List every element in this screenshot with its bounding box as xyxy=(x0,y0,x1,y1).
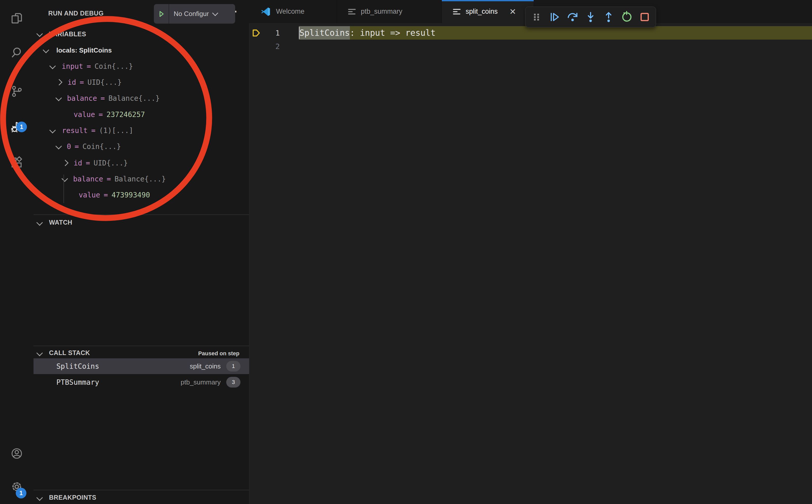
code-token-splitcoins: SplitCoins xyxy=(299,28,350,38)
stop-button[interactable] xyxy=(638,10,651,24)
tab-welcome[interactable]: Welcome xyxy=(249,0,337,23)
code-line[interactable]: SplitCoins: input => result xyxy=(299,26,436,40)
run-debug-panel: RUN AND DEBUG No Configur ··· VARIABLES … xyxy=(34,0,249,504)
chevron-down-icon xyxy=(49,127,56,133)
continue-button[interactable] xyxy=(548,10,561,24)
code-token-rest: : input => result xyxy=(350,28,436,38)
stack-frame-file: split_coins xyxy=(190,362,221,370)
tab-label: split_coins xyxy=(466,8,498,15)
debug-badge: 1 xyxy=(16,122,27,132)
section-divider xyxy=(34,490,249,490)
section-divider xyxy=(34,214,249,215)
toolbar-drag-handle[interactable] xyxy=(530,10,543,24)
chevron-down-icon xyxy=(36,350,43,356)
chevron-down-icon xyxy=(36,494,43,501)
line-number[interactable]: 1 xyxy=(261,26,280,40)
tab-ptb-summary[interactable]: ptb_summary xyxy=(337,0,442,23)
stack-frame-row[interactable]: PTBSummary ptb_summary 3 xyxy=(34,374,249,390)
variable-row-id[interactable]: id = UID{...} xyxy=(68,74,122,90)
vscode-window: 1 1 RUN AND DEBUG xyxy=(0,0,812,504)
stack-frame-file: ptb_summary xyxy=(181,378,221,386)
variable-row-balance2[interactable]: balance = Balance{...} xyxy=(73,171,166,187)
variable-row-value2[interactable]: value = 473993490 xyxy=(79,187,150,203)
chevron-down-icon xyxy=(212,10,218,16)
search-icon[interactable] xyxy=(10,46,23,59)
indent-guide xyxy=(63,175,64,203)
chevron-right-icon xyxy=(62,160,68,166)
debug-toolbar xyxy=(525,7,656,27)
chevron-down-icon xyxy=(43,47,49,53)
source-control-icon[interactable] xyxy=(10,85,23,98)
vscode-logo-icon xyxy=(260,6,271,17)
variable-row-result[interactable]: result = (1)[...] xyxy=(62,123,133,139)
activity-bar: 1 1 xyxy=(0,0,34,504)
tab-label: Welcome xyxy=(276,8,304,15)
file-icon xyxy=(453,9,461,14)
call-stack-section-header[interactable]: CALL STACK xyxy=(49,349,90,357)
chevron-right-icon xyxy=(56,79,62,85)
variable-row-value[interactable]: value = 237246257 xyxy=(74,107,145,123)
watch-section-header[interactable]: WATCH xyxy=(49,219,72,226)
stack-frame-badge: 1 xyxy=(226,361,240,372)
tab-label: ptb_summary xyxy=(361,8,402,15)
chevron-down-icon xyxy=(55,95,62,101)
chevron-down-icon xyxy=(55,143,62,149)
config-label: No Configur xyxy=(174,10,209,18)
stack-frame-row[interactable]: SplitCoins split_coins 1 xyxy=(34,358,249,374)
close-icon[interactable]: ✕ xyxy=(509,7,516,16)
scope-row[interactable]: locals: SplitCoins xyxy=(56,42,112,58)
explorer-icon[interactable] xyxy=(10,12,23,25)
stack-frame-badge: 3 xyxy=(226,377,240,388)
variable-row-input[interactable]: input = Coin{...} xyxy=(62,58,133,74)
variable-row-id2[interactable]: id = UID{...} xyxy=(74,155,128,171)
step-out-button[interactable] xyxy=(602,10,615,24)
restart-button[interactable] xyxy=(620,10,633,24)
extensions-icon[interactable] xyxy=(10,156,23,169)
launch-config-dropdown[interactable]: No Configur xyxy=(154,4,235,24)
variables-section-header[interactable]: VARIABLES xyxy=(49,30,86,38)
chevron-down-icon xyxy=(49,63,56,69)
start-debug-icon[interactable] xyxy=(154,4,169,24)
paused-frame-marker-icon[interactable] xyxy=(251,28,261,39)
chevron-down-icon xyxy=(36,219,43,226)
step-over-button[interactable] xyxy=(566,10,579,24)
account-icon[interactable] xyxy=(10,447,23,460)
variable-row-balance[interactable]: balance = Balance{...} xyxy=(67,90,160,106)
settings-badge: 1 xyxy=(16,488,26,498)
section-divider xyxy=(34,346,249,346)
chevron-down-icon xyxy=(36,30,43,37)
panel-title: RUN AND DEBUG xyxy=(48,10,104,17)
variable-row-0[interactable]: 0 = Coin{...} xyxy=(67,139,121,155)
file-icon xyxy=(348,9,356,14)
call-stack-status: Paused on step xyxy=(160,350,239,357)
breakpoints-section-header[interactable]: BREAKPOINTS xyxy=(49,494,96,501)
tab-split-coins[interactable]: split_coins ✕ xyxy=(442,0,534,23)
chevron-down-icon xyxy=(61,175,68,182)
step-into-button[interactable] xyxy=(584,10,597,24)
line-number[interactable]: 2 xyxy=(261,40,280,53)
